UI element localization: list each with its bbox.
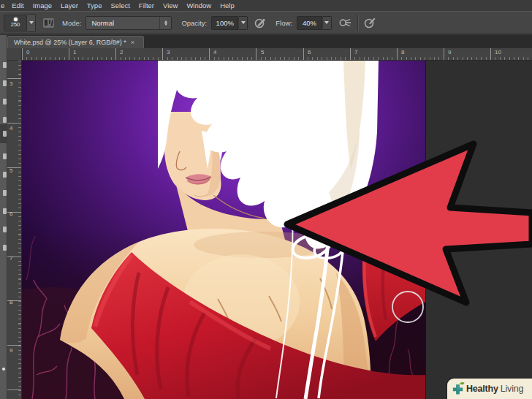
document-tab-title: White.psd @ 25% (Layer 6, RGB/8#) * xyxy=(14,39,126,46)
chevron-down-icon xyxy=(241,21,246,24)
h-ruler-tick: 4 xyxy=(213,49,216,56)
healthy-living-badge: Healthy Living xyxy=(447,379,532,399)
pressure-opacity-toggle-button[interactable] xyxy=(254,16,267,29)
pasteboard xyxy=(426,61,532,399)
tool-options-bar: 250 Mode: Normal Opacity: 100% Flow: 40% xyxy=(0,11,532,34)
opacity-input[interactable]: 100% xyxy=(211,16,238,30)
menu-bar: e Edit Image Layer Type Select Filter Vi… xyxy=(0,0,532,11)
h-ruler-tick: 1 xyxy=(73,49,76,56)
blend-mode-select[interactable]: Normal xyxy=(86,16,172,30)
brush-preset-dropdown-arrow[interactable] xyxy=(27,14,36,32)
document-tab[interactable]: White.psd @ 25% (Layer 6, RGB/8#) * × xyxy=(7,36,144,48)
brand-text-bold: Healthy xyxy=(466,384,498,394)
options-separator xyxy=(357,15,359,31)
menu-item-image[interactable]: Image xyxy=(28,1,56,10)
tool-icon[interactable] xyxy=(3,117,7,123)
brush-size-value: 250 xyxy=(11,22,20,28)
horizontal-ruler: 0 1 2 3 4 5 6 7 8 9 10 xyxy=(7,48,532,61)
stepper-arrows-icon xyxy=(159,17,171,29)
h-ruler-tick: 9 xyxy=(448,49,451,56)
opacity-dropdown-arrow[interactable] xyxy=(238,16,248,30)
v-ruler-tick: 6 xyxy=(10,210,12,217)
tool-icon[interactable] xyxy=(3,80,7,86)
pen-pressure-size-icon xyxy=(363,16,376,29)
menu-item-window[interactable]: Window xyxy=(182,1,216,10)
opacity-value: 100% xyxy=(216,19,234,27)
opacity-label: Opacity: xyxy=(181,19,207,27)
canvas-area[interactable] xyxy=(22,61,426,399)
blend-mode-value: Normal xyxy=(86,19,159,27)
menu-item-file-partial[interactable]: e xyxy=(0,1,7,10)
h-ruler-tick: 10 xyxy=(495,49,501,56)
document-tab-bar: White.psd @ 25% (Layer 6, RGB/8#) * × xyxy=(0,35,532,48)
tool-icon[interactable] xyxy=(3,153,7,159)
tool-icon[interactable] xyxy=(3,99,7,104)
flow-dropdown-arrow[interactable] xyxy=(322,16,332,30)
h-ruler-tick: 2 xyxy=(120,49,123,56)
brand-text-light: Living xyxy=(501,384,523,394)
mode-label: Mode: xyxy=(62,19,81,27)
brush-panel-icon xyxy=(42,17,55,29)
flow-input[interactable]: 40% xyxy=(297,16,322,30)
toggle-brush-panel-button[interactable] xyxy=(42,16,55,29)
artwork-canvas xyxy=(22,61,425,399)
tool-icon[interactable] xyxy=(3,131,7,137)
menu-item-type[interactable]: Type xyxy=(83,1,107,10)
pen-pressure-icon xyxy=(254,16,267,29)
tool-icon[interactable] xyxy=(3,208,7,214)
v-ruler-tick: 4 xyxy=(10,125,12,132)
chevron-down-icon xyxy=(324,21,329,24)
v-ruler-tick: 5 xyxy=(10,167,12,174)
v-ruler-tick: 7 xyxy=(10,255,12,262)
airbrush-toggle-button[interactable] xyxy=(338,16,352,29)
chevron-down-icon xyxy=(29,21,34,24)
pressure-size-toggle-button[interactable] xyxy=(363,16,376,29)
h-ruler-tick: 5 xyxy=(261,49,264,56)
tool-icon[interactable] xyxy=(3,172,7,178)
tool-icon[interactable] xyxy=(2,368,5,370)
h-ruler-tick: 7 xyxy=(354,49,357,56)
menu-item-filter[interactable]: Filter xyxy=(134,1,159,10)
h-ruler-tick: 6 xyxy=(308,49,311,56)
tool-icon[interactable] xyxy=(3,245,7,251)
airbrush-icon xyxy=(338,16,352,29)
menu-item-edit[interactable]: Edit xyxy=(7,1,28,10)
flow-label: Flow: xyxy=(276,19,292,27)
v-ruler-tick: 9 xyxy=(10,347,12,354)
menu-item-layer[interactable]: Layer xyxy=(56,1,83,10)
v-ruler-tick: 8 xyxy=(10,299,12,305)
close-icon[interactable]: × xyxy=(131,39,134,46)
flow-value: 40% xyxy=(303,19,316,27)
menu-item-view[interactable]: View xyxy=(159,1,182,10)
toolbox-strip xyxy=(0,35,7,399)
ruler-corner xyxy=(7,48,22,61)
vertical-ruler: 3 4 5 6 7 8 9 xyxy=(7,61,22,399)
plus-leaf-icon xyxy=(451,381,465,396)
h-ruler-tick: 0 xyxy=(26,49,29,56)
h-ruler-tick: 8 xyxy=(401,49,404,56)
tool-icon[interactable] xyxy=(3,227,7,232)
h-ruler-tick: 3 xyxy=(167,49,170,56)
menu-item-help[interactable]: Help xyxy=(216,1,239,10)
tool-icon[interactable] xyxy=(3,62,7,68)
v-ruler-tick: 3 xyxy=(10,80,12,87)
tool-icon[interactable] xyxy=(3,190,7,196)
brush-preset-picker[interactable]: 250 xyxy=(4,15,27,31)
menu-item-select[interactable]: Select xyxy=(106,1,134,10)
